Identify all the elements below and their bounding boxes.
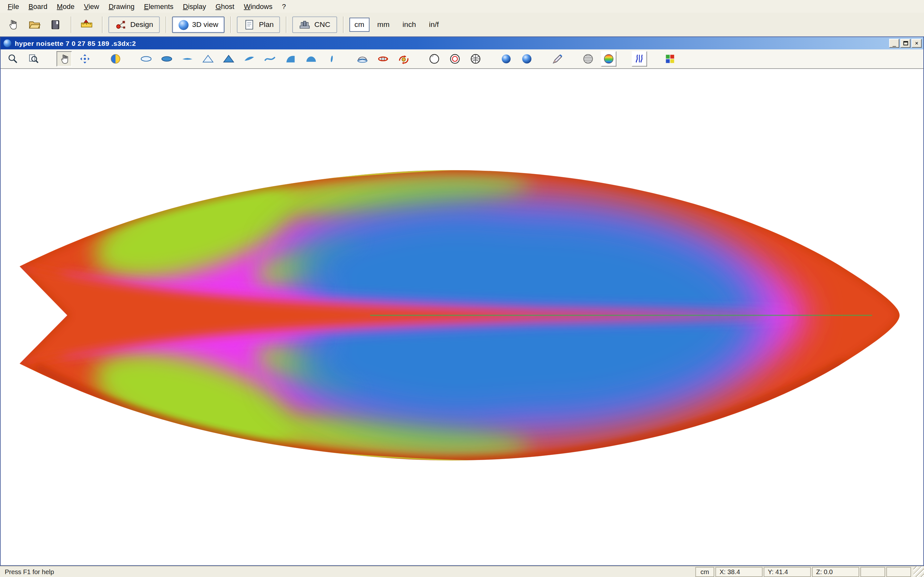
zoom-window-button[interactable]: [26, 51, 41, 67]
outline-ball-button[interactable]: [447, 51, 463, 67]
ellipse-outline-icon: [140, 53, 152, 65]
color-drop-icon: [110, 53, 121, 65]
maximize-button[interactable]: [901, 39, 911, 48]
status-help-text: Press F1 for help: [5, 568, 54, 575]
pan-tool-button[interactable]: [57, 51, 72, 67]
pencil-icon: [551, 53, 564, 65]
pan-hand-icon: [59, 53, 70, 64]
rotate-y-icon: [376, 53, 389, 65]
unit-inf-button[interactable]: in/f: [424, 18, 444, 32]
rotate-x-axis-button[interactable]: [396, 51, 411, 67]
toolbar-separator: [342, 16, 343, 33]
vertical-slice-view-button[interactable]: [324, 51, 339, 67]
menu-drawing[interactable]: Drawing: [105, 1, 139, 12]
plan-mode-label: Plan: [259, 21, 274, 29]
design-nodes-icon: [115, 19, 127, 31]
open-file-button[interactable]: [25, 15, 44, 34]
color-mode-button[interactable]: [108, 51, 123, 67]
design-mode-button[interactable]: Design: [108, 16, 160, 33]
hand-icon: [7, 19, 19, 31]
open-folder-icon: [28, 19, 40, 31]
minimize-button[interactable]: _: [889, 39, 899, 48]
sphere-3d-icon: [178, 20, 188, 30]
pointer-tool-button[interactable]: [3, 15, 23, 34]
render-smooth-button[interactable]: [519, 51, 535, 67]
status-empty-field: [886, 567, 911, 577]
toolbar-separator: [71, 16, 71, 33]
unit-inch-button[interactable]: inch: [397, 18, 421, 32]
section-outline-view-button[interactable]: [200, 51, 216, 67]
ellipse-filled-icon: [160, 53, 173, 65]
document-sphere-icon: [3, 39, 11, 47]
contour-lines-button[interactable]: [580, 51, 596, 67]
perspective-view-button[interactable]: [355, 51, 370, 67]
plan-page-icon: [244, 19, 255, 31]
slanted-lens-icon: [243, 53, 256, 65]
circle-red-ring-icon: [449, 53, 461, 65]
mesh-ball-button[interactable]: [468, 51, 483, 67]
unit-mm-button[interactable]: mm: [372, 18, 395, 32]
slanted-lens-view-button[interactable]: [242, 51, 257, 67]
plan-mode-button[interactable]: Plan: [237, 16, 280, 33]
app-window: File Board Mode View Drawing Elements Di…: [0, 0, 924, 577]
thickness-view-button[interactable]: [180, 51, 195, 67]
rocker-curve-view-button[interactable]: [262, 51, 278, 67]
toolbar-separator: [102, 16, 103, 33]
rotate-y-axis-button[interactable]: [375, 51, 391, 67]
toolbar-separator: [286, 16, 287, 33]
orbit-arrows-icon: [79, 53, 91, 65]
viewport-3d[interactable]: [1, 69, 923, 565]
thin-lens-icon: [181, 53, 194, 65]
measure-tool-button[interactable]: [78, 15, 96, 34]
surfboard-render: [1, 69, 923, 565]
section-filled-view-button[interactable]: [221, 51, 236, 67]
menu-display[interactable]: Display: [179, 1, 210, 12]
menu-help[interactable]: ?: [278, 1, 290, 12]
circle-mesh-icon: [470, 53, 481, 65]
status-unit: cm: [695, 567, 714, 577]
menu-mode[interactable]: Mode: [53, 1, 79, 12]
marker-tool-button[interactable]: [550, 51, 565, 67]
triangle-outline-icon: [202, 53, 214, 65]
cnc-mode-button[interactable]: CNC: [292, 16, 337, 33]
flow-lines-icon: [633, 53, 645, 65]
s-curve-icon: [263, 53, 276, 65]
menu-view[interactable]: View: [80, 1, 103, 12]
half-ellipse-icon: [305, 53, 318, 65]
view3d-mode-button[interactable]: 3D view: [172, 16, 225, 33]
ruler-icon: [81, 19, 93, 31]
menu-file[interactable]: File: [3, 1, 23, 12]
curvature-map-button[interactable]: [601, 51, 616, 67]
ellipse-filled-view-button[interactable]: [159, 51, 174, 67]
menu-bar: File Board Mode View Drawing Elements Di…: [0, 0, 924, 13]
rotate-view-button[interactable]: [78, 51, 93, 67]
menu-elements[interactable]: Elements: [140, 1, 178, 12]
document-window: hyper noisette 7 0 27 85 189 .s3dx:2 _ ×: [0, 37, 924, 566]
toolbar-separator: [231, 16, 231, 33]
render-flat-button[interactable]: [499, 51, 514, 67]
fin-curve-view-button[interactable]: [283, 51, 298, 67]
document-title: hyper noisette 7 0 27 85 189 .s3dx:2: [15, 40, 886, 47]
zoom-button[interactable]: [5, 51, 21, 67]
menu-ghost[interactable]: Ghost: [212, 1, 239, 12]
status-x-coordinate: X: 38.4: [716, 567, 762, 577]
maximize-icon: [903, 41, 908, 45]
color-grid-button[interactable]: [662, 51, 678, 67]
blue-sphere-icon: [521, 53, 533, 65]
color-grid-icon: [664, 53, 676, 65]
design-mode-label: Design: [130, 21, 153, 29]
flow-lines-button[interactable]: [632, 51, 647, 67]
unit-cm-button[interactable]: cm: [349, 18, 370, 32]
main-toolbar: Design 3D view Plan CNC cm mm inch: [0, 13, 924, 36]
close-button[interactable]: ×: [911, 39, 921, 48]
status-z-coordinate: Z: 0.0: [812, 567, 859, 577]
striped-sphere-icon: [582, 53, 594, 65]
document-titlebar[interactable]: hyper noisette 7 0 27 85 189 .s3dx:2 _ ×: [1, 37, 923, 50]
save-file-button[interactable]: [46, 15, 65, 34]
menu-windows[interactable]: Windows: [240, 1, 276, 12]
ellipse-outline-view-button[interactable]: [139, 51, 154, 67]
half-ellipse-view-button[interactable]: [304, 51, 319, 67]
menu-board[interactable]: Board: [24, 1, 52, 12]
wireframe-ball-button[interactable]: [427, 51, 442, 67]
resize-grip[interactable]: [913, 566, 924, 577]
